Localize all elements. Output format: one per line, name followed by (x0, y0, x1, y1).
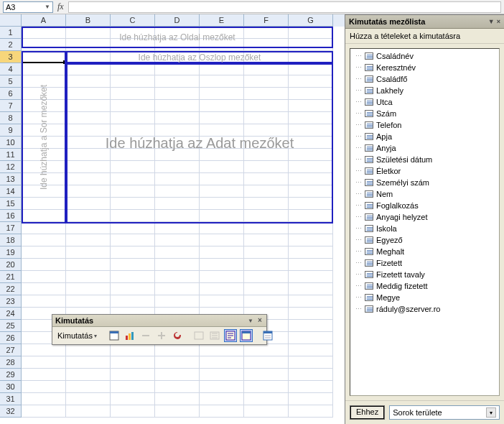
pivot-toolbar-titlebar[interactable]: Kimutatás ▼ × (52, 315, 266, 327)
cell[interactable] (155, 271, 200, 283)
row-header[interactable]: 24 (0, 308, 22, 320)
cell[interactable] (289, 271, 333, 283)
row-header[interactable]: 30 (0, 381, 22, 393)
cell[interactable] (111, 393, 155, 405)
row-header[interactable]: 26 (0, 332, 22, 344)
row-header[interactable]: 20 (0, 259, 22, 271)
cell[interactable] (111, 356, 155, 369)
name-box[interactable]: A3 ▼ (3, 1, 53, 13)
cell[interactable] (22, 246, 66, 259)
cell[interactable] (155, 295, 200, 308)
column-header[interactable]: D (155, 14, 200, 27)
close-icon[interactable]: × (256, 317, 263, 324)
cell[interactable] (289, 393, 333, 405)
field-list-item[interactable]: ⋯Egyező (350, 234, 499, 246)
column-header[interactable]: E (200, 14, 244, 27)
cell[interactable] (22, 259, 66, 271)
row-header[interactable]: 7 (0, 100, 22, 112)
cell[interactable] (289, 332, 333, 344)
field-list-titlebar[interactable]: Kimutatás mezőlista ▼ × (345, 15, 504, 29)
cell[interactable] (200, 295, 244, 308)
cell[interactable] (200, 405, 244, 418)
row-header[interactable]: 3 (0, 51, 22, 63)
row-header[interactable]: 25 (0, 320, 22, 332)
show-field-list-icon[interactable] (240, 329, 253, 342)
pivot-toolbar[interactable]: Kimutatás ▼ × Kimutatás ▾ (52, 314, 267, 345)
cell[interactable] (155, 405, 200, 418)
cell[interactable] (155, 356, 200, 369)
row-header[interactable]: 29 (0, 369, 22, 381)
chart-wizard-icon[interactable] (123, 329, 136, 342)
drop-zone-column[interactable]: Ide húzhatja az Oszlop mezőket (66, 51, 333, 63)
cell[interactable] (289, 259, 333, 271)
cell[interactable] (289, 369, 333, 381)
cell[interactable] (111, 222, 155, 234)
row-header[interactable]: 21 (0, 271, 22, 283)
cell[interactable] (111, 234, 155, 246)
cell[interactable] (66, 271, 111, 283)
add-to-button[interactable]: Ehhez (350, 405, 385, 420)
row-header[interactable]: 31 (0, 393, 22, 405)
field-list-item[interactable]: ⋯Meddig fizetett (350, 280, 499, 292)
field-list-item[interactable]: ⋯Megye (350, 292, 499, 303)
row-header[interactable]: 14 (0, 185, 22, 198)
pivot-menu-button[interactable]: Kimutatás ▾ (55, 331, 99, 341)
cell[interactable] (155, 259, 200, 271)
refresh-icon[interactable] (171, 329, 184, 342)
field-settings-icon[interactable] (224, 329, 237, 342)
cell[interactable] (22, 405, 66, 418)
cell[interactable] (66, 234, 111, 246)
row-header[interactable]: 10 (0, 137, 22, 149)
area-select[interactable]: Sorok területe ▾ (389, 405, 500, 420)
cell[interactable] (200, 344, 244, 356)
cell[interactable] (200, 381, 244, 393)
cell[interactable] (66, 222, 111, 234)
cell[interactable] (22, 381, 66, 393)
cell[interactable] (200, 271, 244, 283)
cell[interactable] (111, 271, 155, 283)
cell[interactable] (155, 369, 200, 381)
cell[interactable] (200, 283, 244, 295)
cell[interactable] (289, 308, 333, 320)
row-header[interactable]: 6 (0, 88, 22, 100)
cell[interactable] (289, 344, 333, 356)
include-hidden-icon[interactable] (192, 329, 205, 342)
field-list[interactable]: ⋯Családnév⋯Keresztnév⋯Családfő⋯Lakhely⋯U… (350, 48, 500, 396)
cell[interactable] (244, 344, 289, 356)
cell[interactable] (155, 381, 200, 393)
close-icon[interactable]: × (497, 18, 500, 25)
field-list-item[interactable]: ⋯ráduly@szerver.ro (350, 303, 499, 315)
drop-zone-data[interactable]: Ide húzhatja az Adat mezőket (66, 63, 333, 223)
cell[interactable] (244, 295, 289, 308)
cell[interactable] (66, 283, 111, 295)
spreadsheet-grid[interactable]: ABCDEFG 12345678910111213141516171819202… (0, 14, 345, 424)
cell[interactable] (200, 393, 244, 405)
row-header[interactable]: 11 (0, 149, 22, 161)
field-list-item[interactable]: ⋯Lakhely (350, 85, 499, 96)
field-list-item[interactable]: ⋯Apja (350, 131, 499, 142)
format-report-icon[interactable] (108, 329, 121, 342)
cell[interactable] (200, 259, 244, 271)
cell[interactable] (22, 344, 66, 356)
cell[interactable] (289, 246, 333, 259)
row-header[interactable]: 1 (0, 27, 22, 39)
cell[interactable] (66, 344, 111, 356)
column-header[interactable]: A (22, 14, 66, 27)
cell[interactable] (244, 222, 289, 234)
cell[interactable] (111, 369, 155, 381)
column-header[interactable]: G (289, 14, 333, 27)
cell[interactable] (111, 405, 155, 418)
column-header[interactable]: F (244, 14, 289, 27)
always-display-icon[interactable] (208, 329, 221, 342)
chevron-down-icon[interactable]: ▾ (486, 407, 496, 418)
cell[interactable] (289, 405, 333, 418)
cell[interactable] (66, 405, 111, 418)
row-header[interactable]: 23 (0, 295, 22, 308)
cell[interactable] (22, 283, 66, 295)
cell[interactable] (244, 234, 289, 246)
cell[interactable] (22, 295, 66, 308)
select-all-corner[interactable] (0, 14, 22, 27)
field-list-item[interactable]: ⋯Fizetett tavaly (350, 269, 499, 280)
cell[interactable] (289, 356, 333, 369)
cell[interactable] (244, 405, 289, 418)
